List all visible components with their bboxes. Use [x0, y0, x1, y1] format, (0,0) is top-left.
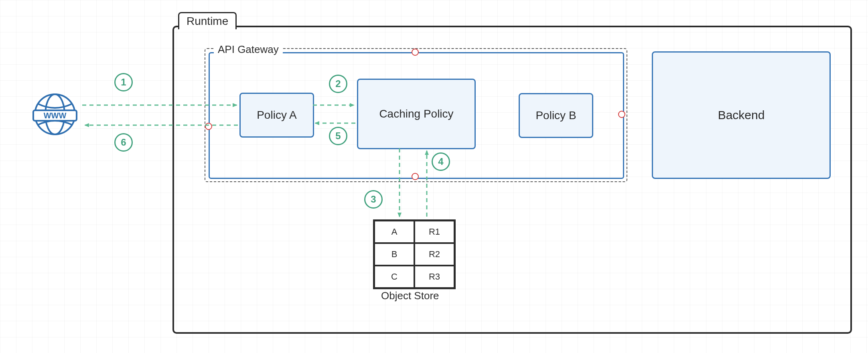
step-badge-3: 3 — [364, 190, 383, 209]
gateway-port-bottom — [412, 173, 419, 180]
object-store-caption: Object Store — [381, 290, 439, 302]
object-store-cell-key: C — [374, 266, 414, 288]
policy-b-label: Policy B — [535, 109, 576, 122]
gateway-port-left — [205, 123, 212, 130]
object-store-cell-key: A — [374, 221, 414, 243]
api-gateway-label-text: API Gateway — [218, 43, 279, 55]
object-store-table: A R1 B R2 C R3 — [373, 219, 456, 289]
api-gateway-label: API Gateway — [214, 43, 283, 56]
backend-label: Backend — [718, 108, 765, 122]
object-store-cell-key: B — [374, 243, 414, 266]
policy-a-label: Policy A — [257, 109, 297, 122]
step-badge-2: 2 — [329, 75, 347, 93]
gateway-port-right — [618, 111, 625, 118]
object-store-cell-val: R2 — [414, 243, 454, 266]
step-badge-6: 6 — [114, 133, 133, 152]
step-badge-1: 1 — [114, 73, 133, 91]
runtime-label: Runtime — [178, 12, 237, 29]
backend-node: Backend — [652, 51, 831, 179]
object-store-cell-val: R1 — [414, 221, 454, 243]
gateway-port-top — [412, 49, 419, 56]
runtime-label-text: Runtime — [187, 15, 228, 27]
policy-b-node: Policy B — [519, 93, 593, 138]
caching-policy-label: Caching Policy — [379, 108, 453, 120]
policy-a-node: Policy A — [239, 93, 314, 138]
svg-text:WWW: WWW — [44, 111, 67, 120]
www-icon: WWW — [31, 90, 79, 138]
diagram-stage: Runtime API Gateway Policy A Caching Pol… — [0, 0, 868, 353]
object-store-cell-val: R3 — [414, 266, 454, 288]
step-badge-5: 5 — [329, 127, 347, 145]
caching-policy-node: Caching Policy — [357, 79, 476, 149]
step-badge-4: 4 — [432, 152, 450, 171]
